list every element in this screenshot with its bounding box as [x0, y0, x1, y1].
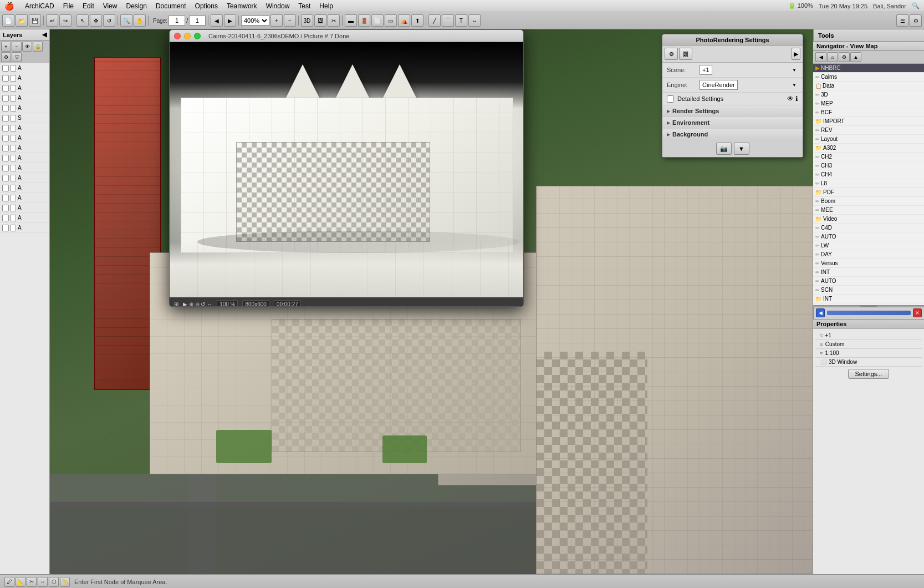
search-icon[interactable]: 🔍 — [912, 2, 920, 9]
layer-panel-btn[interactable]: ☰ — [896, 14, 908, 27]
layer-visibility[interactable] — [2, 185, 9, 191]
nav-item-int1[interactable]: ✏ INT — [813, 268, 924, 277]
layer-item[interactable]: A — [0, 203, 49, 213]
page-total-input[interactable] — [189, 16, 206, 26]
layer-filter-btn[interactable]: ▽ — [12, 52, 22, 62]
open-btn[interactable]: 📂 — [16, 14, 28, 27]
nav-home-btn[interactable]: ⌂ — [827, 52, 838, 62]
zoom-select[interactable]: 400% 200% 100% — [241, 16, 269, 26]
layer-lock[interactable] — [11, 85, 16, 92]
nav-item-ch4[interactable]: ✏ CH4 — [813, 170, 924, 179]
settings-btn[interactable]: ⚙ — [910, 14, 922, 27]
nav-item-cairns[interactable]: ✏ Cairns — [813, 73, 924, 82]
layer-visibility[interactable] — [2, 215, 9, 221]
nav-item-boom[interactable]: ✏ Boom — [813, 197, 924, 206]
menu-archicad[interactable]: ArchiCAD — [21, 1, 59, 11]
menu-file[interactable]: File — [59, 1, 78, 11]
menu-view[interactable]: View — [99, 1, 122, 11]
nav-item-ch3[interactable]: ✏ CH3 — [813, 161, 924, 170]
zoom-btn[interactable]: 🔍 — [120, 14, 132, 27]
minimize-button[interactable] — [184, 33, 191, 39]
layer-lock[interactable] — [11, 155, 16, 161]
apple-menu[interactable]: 🍎 — [4, 2, 14, 11]
wall-tool[interactable]: ▬ — [345, 14, 357, 27]
blue-nav-btn[interactable]: ◀ — [816, 308, 825, 317]
layer-visibility[interactable] — [2, 145, 9, 151]
nav-item-layout[interactable]: ✏ Layout — [813, 135, 924, 144]
layer-visibility[interactable] — [2, 225, 9, 231]
layer-del-btn[interactable]: − — [12, 42, 22, 52]
pan-btn[interactable]: ✋ — [134, 14, 146, 27]
prev-page-btn[interactable]: ◀ — [211, 14, 223, 27]
menu-window[interactable]: Window — [262, 1, 294, 11]
nav-item-int2[interactable]: 📁 INT — [813, 295, 924, 303]
layer-visibility[interactable] — [2, 75, 9, 82]
scene-select[interactable]: +1 — [700, 65, 712, 75]
scroll-bar[interactable] — [827, 311, 911, 315]
layer-lock[interactable] — [11, 65, 16, 72]
nav-item-a302[interactable]: 📁 A302 — [813, 144, 924, 153]
nav-item-3d[interactable]: ✏ 3D — [813, 90, 924, 99]
layer-item[interactable]: A — [0, 183, 49, 193]
layer-visibility[interactable] — [2, 105, 9, 111]
render-btn[interactable]: 🖼 — [314, 14, 326, 27]
menu-edit[interactable]: Edit — [78, 1, 99, 11]
panel-camera-btn[interactable]: 📷 — [716, 143, 732, 155]
layer-visibility[interactable] — [2, 125, 9, 131]
nav-item-auto[interactable]: ✏ AUTO — [813, 232, 924, 241]
viewport[interactable]: Cairns-20140411-6_2306sDEMO / Picture # … — [50, 29, 813, 574]
layer-item[interactable]: A — [0, 133, 49, 143]
layer-lock[interactable] — [11, 215, 16, 221]
settings-icon-1[interactable]: 👁 — [787, 95, 794, 103]
layer-item[interactable]: A — [0, 223, 49, 233]
layer-item[interactable]: A — [0, 93, 49, 103]
nav-item-scn[interactable]: ✏ SCN — [813, 286, 924, 295]
layer-lock[interactable] — [11, 205, 16, 211]
nav-settings-btn[interactable]: ⚙ — [839, 52, 850, 62]
layer-item[interactable]: A — [0, 163, 49, 173]
text-tool[interactable]: T — [455, 14, 467, 27]
red-close-btn[interactable]: ✕ — [913, 308, 922, 317]
nav-item-day[interactable]: ✏ DAY — [813, 250, 924, 259]
maximize-button[interactable] — [194, 33, 201, 39]
layer-lock[interactable] — [11, 175, 16, 181]
menu-design[interactable]: Design — [122, 1, 151, 11]
layer-lock[interactable] — [11, 115, 16, 121]
layer-visibility[interactable] — [2, 195, 9, 201]
detailed-settings-checkbox[interactable] — [667, 95, 674, 103]
layers-collapse-icon[interactable]: ◀ — [42, 31, 47, 38]
layer-visibility[interactable] — [2, 205, 9, 211]
arc-tool[interactable]: ⌒ — [442, 14, 454, 27]
layer-item[interactable]: S — [0, 113, 49, 123]
layer-visibility[interactable] — [2, 95, 9, 102]
layer-item[interactable]: A — [0, 103, 49, 113]
settings-button[interactable]: Settings... — [848, 369, 890, 379]
layer-lock[interactable] — [11, 145, 16, 151]
3d-btn[interactable]: 3D — [301, 14, 313, 27]
dimension-tool[interactable]: ↔ — [468, 14, 481, 27]
nav-item-lw[interactable]: ✏ LW — [813, 241, 924, 250]
layer-item[interactable]: A — [0, 63, 49, 73]
next-page-btn[interactable]: ▶ — [224, 14, 236, 27]
layer-visibility[interactable] — [2, 115, 9, 121]
environment-section[interactable]: ▶ Environment — [662, 117, 803, 129]
line-tool[interactable]: ╱ — [428, 14, 441, 27]
roof-tool[interactable]: ⛺ — [398, 14, 410, 27]
move-btn[interactable]: ✥ — [90, 14, 102, 27]
layer-item[interactable]: A — [0, 193, 49, 203]
layer-lock[interactable] — [11, 75, 16, 82]
layer-lock[interactable] — [11, 225, 16, 231]
nav-item-rev[interactable]: ✏ REV — [813, 126, 924, 135]
nav-item-ch2[interactable]: ✏ CH2 — [813, 153, 924, 161]
layer-item[interactable]: A — [0, 123, 49, 133]
panel-preview-icon[interactable]: 🖼 — [679, 48, 692, 60]
zoom-out-btn[interactable]: − — [284, 14, 296, 27]
nav-item-bcf[interactable]: ✏ BCF — [813, 108, 924, 117]
nav-item-auto2[interactable]: ✏ AUTO — [813, 277, 924, 286]
nav-item-video[interactable]: 📁 Video — [813, 215, 924, 224]
layer-lock[interactable] — [11, 125, 16, 131]
layer-item[interactable]: A — [0, 153, 49, 163]
render-window[interactable]: Cairns-20140411-6_2306sDEMO / Picture # … — [169, 29, 524, 307]
layer-lock[interactable] — [11, 135, 16, 141]
panel-arrow-btn[interactable]: ▶ — [792, 48, 800, 60]
